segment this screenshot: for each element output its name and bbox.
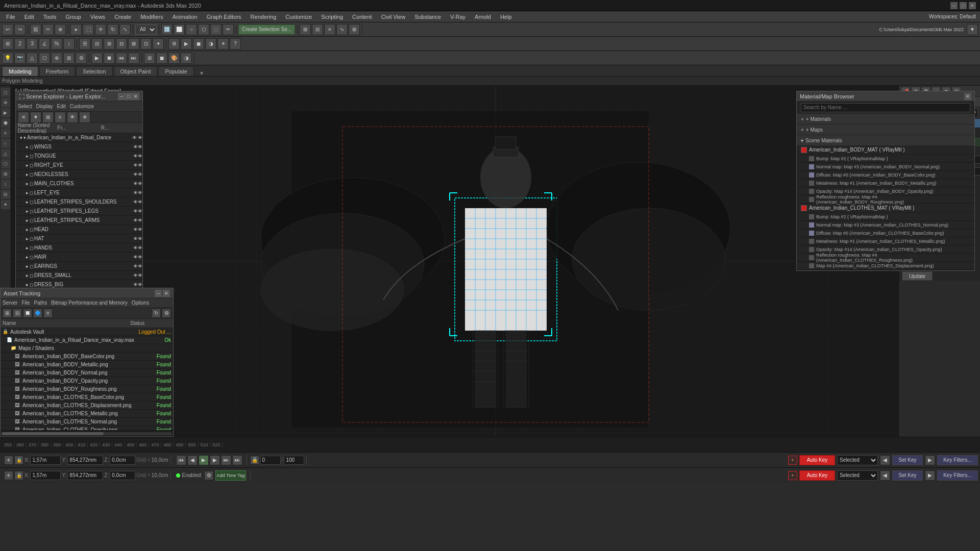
z-input[interactable] xyxy=(110,456,135,465)
key-filters-next2-btn[interactable]: ▶ xyxy=(925,470,935,481)
scene-explorer-title-bar[interactable]: ⛶ Scene Explorer - Layer Explor... ─ □ ✕ xyxy=(16,91,142,102)
rotate-button[interactable]: ↻ xyxy=(107,24,118,35)
scale-button[interactable]: ⤡ xyxy=(119,24,131,35)
at-close-btn[interactable]: ✕ xyxy=(163,290,170,297)
geometry-btn[interactable]: △ xyxy=(27,53,38,64)
menu-views[interactable]: Views xyxy=(86,13,109,21)
mat-sub-clothes-roughness[interactable]: Reflection roughness: Map #4 (American_I… xyxy=(797,254,974,262)
status-lock2-btn[interactable]: 🔒 xyxy=(14,471,23,480)
add-time-tag-2-btn[interactable]: Add Time Tag xyxy=(215,470,246,481)
wire-btn[interactable]: ⊞ xyxy=(144,53,155,64)
mat-item-body[interactable]: American_Indian_BODY_MAT ( VRayMtl ) xyxy=(797,145,974,155)
menu-rendering[interactable]: Rendering xyxy=(247,13,281,21)
sidebar-icon-7[interactable]: △ xyxy=(1,149,10,158)
step-fwd-btn[interactable]: ⏭ xyxy=(128,53,139,64)
selected-dropdown-1[interactable]: Selected xyxy=(837,455,878,465)
tab-freeform[interactable]: Freeform xyxy=(39,66,76,76)
scene-item-leather-arms[interactable]: ▸◻LEATHER_STRIPES_ARMS👁👁 xyxy=(16,216,142,225)
menu-content[interactable]: Content xyxy=(348,13,376,21)
sidebar-icon-4[interactable]: ⬢ xyxy=(1,118,10,128)
at-refresh-btn[interactable]: ↻ xyxy=(152,309,161,318)
snap-2d-btn[interactable]: 2 xyxy=(14,38,26,49)
go-end-btn[interactable]: ⏭ xyxy=(221,455,231,465)
at-max-file-item[interactable]: 📄 American_Indian_in_a_Ritual_Dance_max_… xyxy=(1,336,173,344)
shapes-btn[interactable]: ⬡ xyxy=(39,53,50,64)
active-shade-btn[interactable]: ◑ xyxy=(205,38,216,49)
scene-materials-header[interactable]: ▾ Scene Materials xyxy=(797,135,974,145)
menu-substance[interactable]: Substance xyxy=(410,13,445,21)
menu-tools[interactable]: Tools xyxy=(39,13,61,21)
at-clothes-metallic-item[interactable]: 🖼American_Indian_CLOTHES_Metallic.pngFou… xyxy=(1,410,173,418)
menu-arnold[interactable]: Arnold xyxy=(471,13,495,21)
at-maps-folder-item[interactable]: 📁 Maps / Shaders xyxy=(1,344,173,353)
frame-total-input[interactable] xyxy=(284,456,304,465)
maximize-button[interactable]: □ xyxy=(960,2,967,9)
tab-populate[interactable]: Populate xyxy=(158,66,193,76)
helpers-btn[interactable]: ⊕ xyxy=(51,53,62,64)
key-filters-prev-btn[interactable]: ◀ xyxy=(880,455,890,465)
render-prod-btn[interactable]: ◼ xyxy=(193,38,204,49)
align-button[interactable]: ⊟ xyxy=(312,24,323,35)
select-region-button[interactable]: ⬚ xyxy=(83,24,94,35)
transform-type-btn[interactable]: ✛ xyxy=(4,456,13,465)
mat-editor-btn[interactable]: ◑ xyxy=(181,53,192,64)
scene-item-dress-small[interactable]: ▸◻DRESS_SMALL👁👁 xyxy=(16,271,142,280)
at-body-roughness-item[interactable]: 🖼American_Indian_BODY_Roughness.pngFound xyxy=(1,385,173,393)
frame-input[interactable] xyxy=(260,456,281,465)
se-menu-customize[interactable]: Customize xyxy=(70,104,94,109)
select-by-name-button[interactable]: 🔠 xyxy=(161,24,173,35)
timeline-track[interactable]: 350 360 370 380 390 400 410 420 430 440 … xyxy=(0,442,980,447)
menu-scripting[interactable]: Scripting xyxy=(317,13,347,21)
scene-item-hat[interactable]: ▸◻HAT👁👁 xyxy=(16,234,142,243)
material-search-input[interactable] xyxy=(801,103,970,112)
enabled-settings-btn[interactable]: ⚙ xyxy=(204,471,213,480)
auto-key-2-button[interactable]: Auto Key xyxy=(799,470,835,481)
x-input[interactable] xyxy=(30,456,61,465)
rect-sel-button[interactable]: ⬜ xyxy=(174,24,185,35)
tab-modeling[interactable]: Modeling xyxy=(2,66,38,76)
at-btn-3[interactable]: 🔲 xyxy=(23,309,32,318)
material-browser-close-button[interactable]: ✕ xyxy=(964,93,971,100)
sidebar-icon-12[interactable]: ✦ xyxy=(1,200,10,209)
mat-sub-diffuse[interactable]: Diffuse: Map #0 (American_Indian_BODY_Ba… xyxy=(797,171,974,179)
materials-section-header[interactable]: + + Materials xyxy=(797,114,974,124)
se-filter-btn[interactable]: ✕ xyxy=(18,112,29,123)
mat-sub-metalness[interactable]: Metalness: Map #1 (American_Indian_BODY_… xyxy=(797,179,974,187)
sidebar-icon-10[interactable]: ↕ xyxy=(1,180,10,189)
x2-input[interactable] xyxy=(30,471,61,480)
snap-btn[interactable]: ⊞ xyxy=(2,38,13,49)
select-link-button[interactable]: ⛓ xyxy=(30,24,41,35)
scene-item-left-eye[interactable]: ▸◻LEFT_EYE👁👁 xyxy=(16,188,142,197)
texture-btn[interactable]: 🎨 xyxy=(168,53,180,64)
se-hide-btn[interactable]: 👁 xyxy=(67,112,78,123)
scene-explorer-minimize-button[interactable]: ─ xyxy=(118,93,125,100)
mirror-button[interactable]: ⊞ xyxy=(300,24,311,35)
scene-item-earings[interactable]: ▸◻EARINGS👁👁 xyxy=(16,262,142,271)
se-menu-edit[interactable]: Edit xyxy=(57,104,66,109)
render-setup-btn[interactable]: ⚙ xyxy=(168,38,180,49)
scene-item-leather-shoulders[interactable]: ▸◻LEATHER_STRIPES_SHOULDERS👁👁 xyxy=(16,197,142,207)
move-button[interactable]: ✛ xyxy=(95,24,106,35)
sidebar-icon-9[interactable]: ⊞ xyxy=(1,169,10,179)
at-minimize-btn[interactable]: ─ xyxy=(155,290,162,297)
set-key-button[interactable]: Set Key xyxy=(892,455,923,465)
menu-modifiers[interactable]: Modifiers xyxy=(136,13,167,21)
normal-align-btn[interactable]: ⊠ xyxy=(128,38,139,49)
mat-item-clothes[interactable]: American_Indian_CLOTHES_MAT ( VRayMtl ) xyxy=(797,204,974,213)
menu-civil-view[interactable]: Civil View xyxy=(377,13,409,21)
at-btn-5[interactable]: ≡ xyxy=(43,309,53,318)
se-expand-btn[interactable]: ⊞ xyxy=(42,112,54,123)
named-sel-btn[interactable]: ☰ xyxy=(79,38,90,49)
snap-3d-btn[interactable]: 3 xyxy=(27,38,38,49)
at-clothes-displacement-item[interactable]: 🖼American_Indian_CLOTHES_Displacement.pn… xyxy=(1,402,173,410)
at-menu-server[interactable]: Server xyxy=(3,300,17,306)
spacewarps-btn[interactable]: ⊞ xyxy=(63,53,75,64)
angle-snap-btn[interactable]: ∠ xyxy=(39,38,50,49)
at-menu-file[interactable]: File xyxy=(21,300,30,306)
add-time-tag-btn[interactable]: + xyxy=(788,456,797,465)
mat-sub-clothes-bump[interactable]: Bump: Map #2 ( VRayNormalMap ) xyxy=(797,213,974,221)
circular-sel-button[interactable]: ○ xyxy=(186,24,197,35)
stop-btn[interactable]: ⏹ xyxy=(104,53,115,64)
status-move-btn[interactable]: ✛ xyxy=(4,471,13,480)
sidebar-icon-11[interactable]: ⊟ xyxy=(1,190,10,199)
